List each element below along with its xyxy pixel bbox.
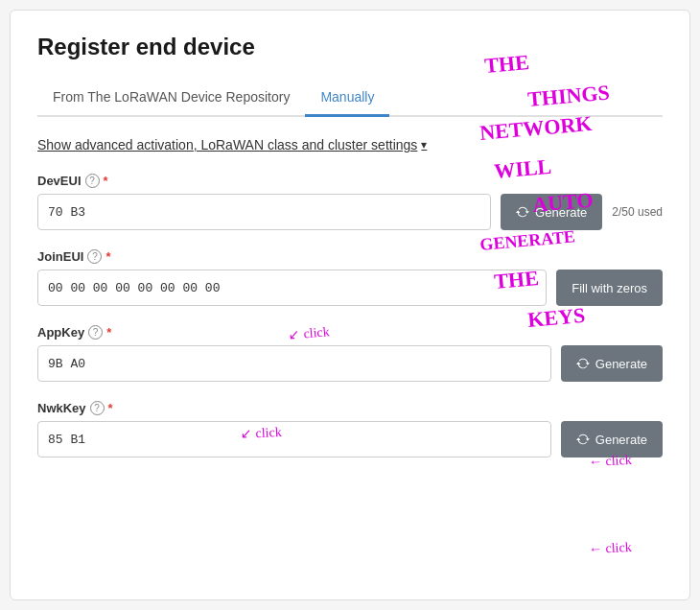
appkey-help-icon[interactable]: ? xyxy=(88,325,103,340)
deveui-input[interactable]: 70 B3 xyxy=(37,194,491,230)
page-title: Register end device xyxy=(37,34,663,60)
joineui-help-icon[interactable]: ? xyxy=(87,249,102,264)
refresh-icon-appkey xyxy=(576,357,590,370)
tab-manually[interactable]: Manually xyxy=(305,80,389,117)
chevron-down-icon: ▾ xyxy=(421,138,427,152)
register-device-card: Register end device From The LoRaWAN Dev… xyxy=(10,10,690,600)
nwkkey-text-input[interactable] xyxy=(91,433,541,447)
deveui-required: * xyxy=(104,174,108,188)
appkey-text-input[interactable] xyxy=(91,357,541,371)
appkey-required: * xyxy=(106,325,111,340)
tab-repository[interactable]: From The LoRaWAN Device Repository xyxy=(37,80,305,117)
appkey-input-row: 9B A0 Generate xyxy=(37,345,663,382)
deveui-label: DevEUI ? * xyxy=(37,174,663,188)
nwkkey-label: NwkKey ? * xyxy=(37,401,663,415)
click-nwkkey-annotation: ← click xyxy=(589,540,632,557)
joineui-label: JoinEUI ? * xyxy=(37,249,663,264)
nwkkey-input-row: 85 B1 Generate xyxy=(37,421,663,458)
deveui-used-count: 2/50 used xyxy=(612,205,663,219)
deveui-input-row: 70 B3 Generate 2/50 used xyxy=(37,194,663,230)
tab-bar: From The LoRaWAN Device Repository Manua… xyxy=(37,80,663,117)
joineui-required: * xyxy=(105,249,110,264)
deveui-help-icon[interactable]: ? xyxy=(85,174,100,188)
joineui-input[interactable]: 00 00 00 00 00 00 00 00 xyxy=(37,270,547,306)
deveui-generate-button[interactable]: Generate xyxy=(501,194,602,230)
appkey-section: AppKey ? * 9B A0 Generate xyxy=(37,325,663,382)
nwkkey-help-icon[interactable]: ? xyxy=(90,401,105,415)
advanced-settings-link[interactable]: Show advanced activation, LoRaWAN class … xyxy=(37,137,427,152)
deveui-section: DevEUI ? * 70 B3 Generate 2/50 used xyxy=(37,174,663,230)
deveui-text-input[interactable] xyxy=(91,205,480,220)
nwkkey-required: * xyxy=(108,401,113,415)
nwkkey-input[interactable]: 85 B1 xyxy=(37,421,551,458)
refresh-icon xyxy=(516,205,529,219)
appkey-input[interactable]: 9B A0 xyxy=(37,345,551,382)
nwkkey-generate-button[interactable]: Generate xyxy=(561,421,663,458)
joineui-input-row: 00 00 00 00 00 00 00 00 Fill with zeros xyxy=(37,270,663,306)
appkey-generate-button[interactable]: Generate xyxy=(561,345,663,382)
joineui-section: JoinEUI ? * 00 00 00 00 00 00 00 00 Fill… xyxy=(37,249,663,306)
refresh-icon-nwkkey xyxy=(576,433,590,446)
nwkkey-section: NwkKey ? * 85 B1 Generate xyxy=(37,401,663,458)
fill-zeros-button[interactable]: Fill with zeros xyxy=(556,270,663,306)
appkey-label: AppKey ? * xyxy=(37,325,663,340)
